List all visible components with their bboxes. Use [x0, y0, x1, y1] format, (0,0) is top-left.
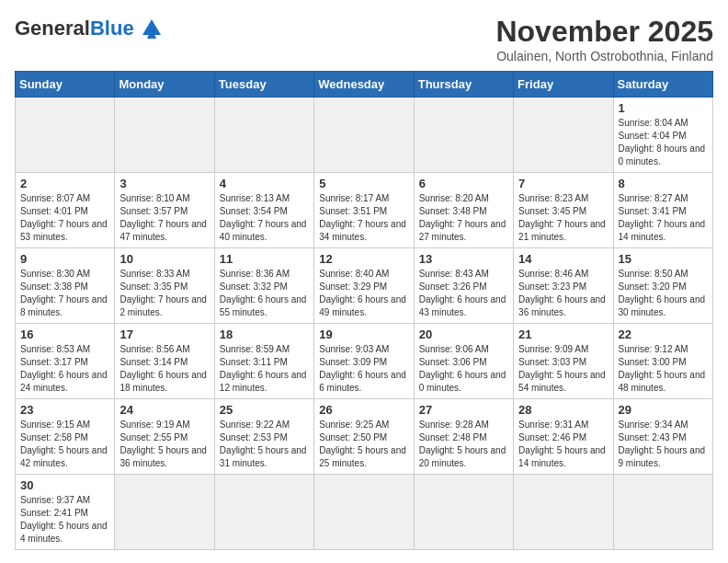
day-number: 10 [119, 252, 209, 266]
day-number: 13 [419, 252, 508, 266]
calendar-table: SundayMondayTuesdayWednesdayThursdayFrid… [15, 71, 713, 550]
day-cell: 18Sunrise: 8:59 AM Sunset: 3:11 PM Dayli… [214, 324, 313, 399]
subtitle: Oulainen, North Ostrobothnia, Finland [495, 49, 713, 63]
week-row-4: 23Sunrise: 9:15 AM Sunset: 2:58 PM Dayli… [16, 399, 713, 475]
col-header-tuesday: Tuesday [214, 72, 313, 98]
day-cell: 25Sunrise: 9:22 AM Sunset: 2:53 PM Dayli… [214, 399, 313, 475]
day-info: Sunrise: 8:59 AM Sunset: 3:11 PM Dayligh… [220, 343, 309, 395]
day-info: Sunrise: 9:34 AM Sunset: 2:43 PM Dayligh… [619, 419, 708, 470]
day-info: Sunrise: 8:27 AM Sunset: 3:41 PM Dayligh… [619, 192, 708, 244]
day-cell: 22Sunrise: 9:12 AM Sunset: 3:00 PM Dayli… [613, 324, 712, 399]
day-info: Sunrise: 8:23 AM Sunset: 3:45 PM Dayligh… [518, 192, 608, 244]
day-cell: 21Sunrise: 9:09 AM Sunset: 3:03 PM Dayli… [514, 324, 613, 399]
day-info: Sunrise: 8:33 AM Sunset: 3:35 PM Dayligh… [119, 268, 209, 319]
col-header-thursday: Thursday [414, 72, 513, 98]
day-number: 25 [220, 403, 309, 417]
day-cell: 13Sunrise: 8:43 AM Sunset: 3:26 PM Dayli… [414, 248, 513, 324]
day-cell [115, 475, 214, 550]
day-number: 1 [619, 101, 708, 115]
day-number: 19 [319, 327, 408, 341]
header: GeneralBlue November 2025 Oulainen, Nort… [15, 15, 713, 63]
day-number: 26 [319, 403, 408, 417]
day-info: Sunrise: 8:30 AM Sunset: 3:38 PM Dayligh… [20, 268, 109, 319]
month-title: November 2025 [495, 15, 713, 49]
day-info: Sunrise: 8:07 AM Sunset: 4:01 PM Dayligh… [20, 192, 109, 244]
day-number: 30 [20, 478, 109, 492]
day-number: 11 [220, 252, 309, 266]
col-header-sunday: Sunday [16, 72, 115, 98]
day-cell: 24Sunrise: 9:19 AM Sunset: 2:55 PM Dayli… [115, 399, 214, 475]
day-cell [514, 98, 613, 173]
day-cell: 9Sunrise: 8:30 AM Sunset: 3:38 PM Daylig… [16, 248, 115, 324]
day-number: 21 [518, 327, 608, 341]
day-cell: 27Sunrise: 9:28 AM Sunset: 2:48 PM Dayli… [414, 399, 513, 475]
day-info: Sunrise: 9:12 AM Sunset: 3:00 PM Dayligh… [619, 343, 708, 395]
day-number: 17 [119, 327, 209, 341]
day-number: 9 [20, 252, 109, 266]
day-cell: 5Sunrise: 8:17 AM Sunset: 3:51 PM Daylig… [314, 173, 414, 248]
day-cell: 1Sunrise: 8:04 AM Sunset: 4:04 PM Daylig… [613, 98, 712, 173]
day-info: Sunrise: 8:46 AM Sunset: 3:23 PM Dayligh… [518, 268, 608, 319]
day-cell [314, 98, 414, 173]
day-number: 12 [319, 252, 408, 266]
day-info: Sunrise: 8:13 AM Sunset: 3:54 PM Dayligh… [220, 192, 309, 244]
day-number: 18 [220, 327, 309, 341]
col-header-friday: Friday [514, 72, 613, 98]
day-cell: 3Sunrise: 8:10 AM Sunset: 3:57 PM Daylig… [115, 173, 214, 248]
day-number: 4 [220, 177, 309, 190]
day-info: Sunrise: 8:56 AM Sunset: 3:14 PM Dayligh… [119, 343, 209, 395]
day-cell: 17Sunrise: 8:56 AM Sunset: 3:14 PM Dayli… [115, 324, 214, 399]
logo-text: GeneralBlue [15, 18, 134, 39]
day-cell: 11Sunrise: 8:36 AM Sunset: 3:32 PM Dayli… [214, 248, 313, 324]
day-info: Sunrise: 8:50 AM Sunset: 3:20 PM Dayligh… [619, 268, 708, 319]
day-cell: 15Sunrise: 8:50 AM Sunset: 3:20 PM Dayli… [613, 248, 712, 324]
col-header-wednesday: Wednesday [314, 72, 414, 98]
week-row-0: 1Sunrise: 8:04 AM Sunset: 4:04 PM Daylig… [16, 98, 713, 173]
day-cell [115, 98, 214, 173]
day-info: Sunrise: 9:31 AM Sunset: 2:46 PM Dayligh… [518, 419, 608, 470]
week-row-2: 9Sunrise: 8:30 AM Sunset: 3:38 PM Daylig… [16, 248, 713, 324]
day-cell: 28Sunrise: 9:31 AM Sunset: 2:46 PM Dayli… [514, 399, 613, 475]
col-header-monday: Monday [115, 72, 214, 98]
day-info: Sunrise: 9:06 AM Sunset: 3:06 PM Dayligh… [419, 343, 508, 395]
day-number: 3 [119, 177, 209, 190]
day-number: 28 [518, 403, 608, 417]
day-info: Sunrise: 8:53 AM Sunset: 3:17 PM Dayligh… [20, 343, 109, 395]
day-number: 6 [419, 177, 508, 190]
day-cell: 26Sunrise: 9:25 AM Sunset: 2:50 PM Dayli… [314, 399, 414, 475]
week-row-3: 16Sunrise: 8:53 AM Sunset: 3:17 PM Dayli… [16, 324, 713, 399]
day-cell: 6Sunrise: 8:20 AM Sunset: 3:48 PM Daylig… [414, 173, 513, 248]
day-cell: 4Sunrise: 8:13 AM Sunset: 3:54 PM Daylig… [214, 173, 313, 248]
day-info: Sunrise: 9:28 AM Sunset: 2:48 PM Dayligh… [419, 419, 508, 470]
day-cell: 19Sunrise: 9:03 AM Sunset: 3:09 PM Dayli… [314, 324, 414, 399]
day-info: Sunrise: 8:17 AM Sunset: 3:51 PM Dayligh… [319, 192, 408, 244]
day-number: 14 [518, 252, 608, 266]
day-number: 27 [419, 403, 508, 417]
day-cell: 7Sunrise: 8:23 AM Sunset: 3:45 PM Daylig… [514, 173, 613, 248]
day-number: 24 [119, 403, 209, 417]
day-cell: 14Sunrise: 8:46 AM Sunset: 3:23 PM Dayli… [514, 248, 613, 324]
day-info: Sunrise: 8:40 AM Sunset: 3:29 PM Dayligh… [319, 268, 408, 319]
day-cell [16, 98, 115, 173]
day-number: 2 [20, 177, 109, 190]
day-number: 29 [619, 403, 708, 417]
day-info: Sunrise: 9:15 AM Sunset: 2:58 PM Dayligh… [20, 419, 109, 470]
week-row-1: 2Sunrise: 8:07 AM Sunset: 4:01 PM Daylig… [16, 173, 713, 248]
day-cell: 8Sunrise: 8:27 AM Sunset: 3:41 PM Daylig… [613, 173, 712, 248]
day-cell [214, 98, 313, 173]
day-cell: 20Sunrise: 9:06 AM Sunset: 3:06 PM Dayli… [414, 324, 513, 399]
day-info: Sunrise: 8:43 AM Sunset: 3:26 PM Dayligh… [419, 268, 508, 319]
day-info: Sunrise: 9:37 AM Sunset: 2:41 PM Dayligh… [20, 494, 109, 546]
logo: GeneralBlue [15, 15, 165, 42]
day-cell [214, 475, 313, 550]
week-row-5: 30Sunrise: 9:37 AM Sunset: 2:41 PM Dayli… [16, 475, 713, 550]
day-info: Sunrise: 8:10 AM Sunset: 3:57 PM Dayligh… [119, 192, 209, 244]
day-number: 5 [319, 177, 408, 190]
day-cell: 29Sunrise: 9:34 AM Sunset: 2:43 PM Dayli… [613, 399, 712, 475]
day-cell [414, 475, 513, 550]
day-cell: 30Sunrise: 9:37 AM Sunset: 2:41 PM Dayli… [16, 475, 115, 550]
day-number: 22 [619, 327, 708, 341]
logo-icon [138, 15, 165, 42]
title-block: November 2025 Oulainen, North Ostrobothn… [495, 15, 713, 63]
day-cell: 23Sunrise: 9:15 AM Sunset: 2:58 PM Dayli… [16, 399, 115, 475]
